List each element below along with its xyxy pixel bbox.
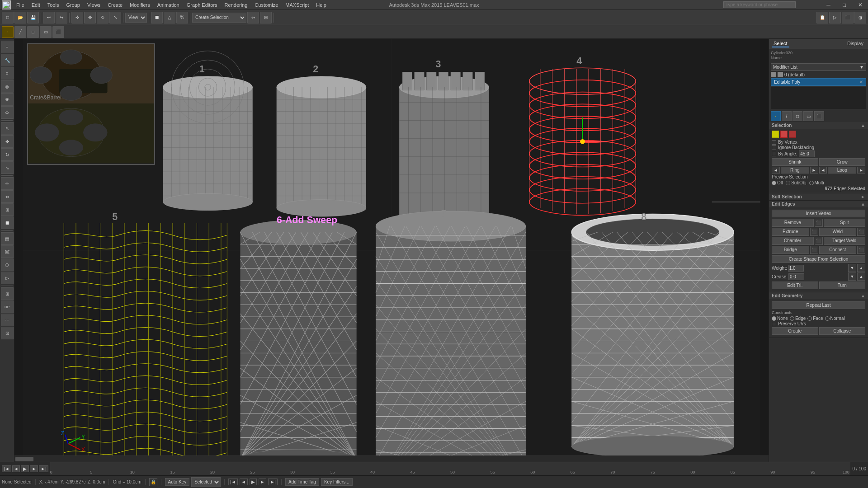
- editable-poly-modifier[interactable]: Editable Poly ✕: [771, 78, 866, 86]
- chamfer-settings-button[interactable]: ⬛: [815, 237, 823, 245]
- maximize-button[interactable]: □: [836, 0, 852, 10]
- weight-up-button[interactable]: ▲: [857, 264, 865, 272]
- sel-icon-yellow[interactable]: [772, 131, 779, 138]
- weight-down-button[interactable]: ▼: [848, 264, 856, 272]
- element-mode[interactable]: ⬛: [52, 26, 64, 38]
- add-time-tag-button[interactable]: Add Time Tag: [285, 478, 319, 486]
- select-tool[interactable]: ↖: [1, 122, 14, 135]
- soft-selection-header[interactable]: Soft Selection ►: [769, 193, 868, 200]
- snaps-toggle[interactable]: 🔲: [1, 216, 14, 229]
- ring-button[interactable]: Ring: [781, 167, 809, 174]
- material-editor[interactable]: ⬡: [1, 258, 14, 271]
- loop-prev-button[interactable]: ◄: [819, 167, 827, 174]
- sel-icon-red1[interactable]: [780, 131, 788, 138]
- subobj-radio[interactable]: SubObj: [786, 180, 806, 185]
- menu-rendering[interactable]: Rendering: [221, 1, 251, 9]
- scale-button[interactable]: ⤡: [109, 12, 121, 23]
- crease-input[interactable]: [788, 273, 804, 280]
- edit-geometry-header[interactable]: Edit Geometry ▲: [769, 292, 868, 299]
- sel-icon-red2[interactable]: [789, 131, 796, 138]
- bridge-settings-button[interactable]: ⬛: [810, 246, 818, 254]
- grid-tool[interactable]: ⊞: [1, 287, 14, 300]
- minimize-button[interactable]: ─: [821, 0, 836, 10]
- polygon-button[interactable]: ▭: [803, 111, 813, 121]
- modifier-list-header[interactable]: Modifier List ▼: [771, 63, 866, 71]
- loop-button[interactable]: Loop: [828, 167, 856, 174]
- close-button[interactable]: ✕: [852, 0, 868, 10]
- menu-views[interactable]: Views: [84, 1, 104, 9]
- menu-edit[interactable]: Edit: [28, 1, 44, 9]
- edge-mode[interactable]: ╱: [14, 26, 26, 38]
- render-frame[interactable]: ⬛: [842, 12, 854, 23]
- ring-next-button[interactable]: ►: [810, 167, 818, 174]
- prev-frame-button[interactable]: ◄: [12, 465, 20, 472]
- selected-dropdown[interactable]: Selected: [191, 477, 221, 487]
- snap-toggle[interactable]: 🔲: [151, 12, 163, 23]
- connect-settings-button[interactable]: ⬛: [857, 246, 865, 254]
- tab-display[interactable]: Display: [845, 40, 865, 47]
- lock-button[interactable]: 🔒: [149, 478, 157, 486]
- active-shade[interactable]: ◑: [854, 12, 866, 23]
- viewport-scrollbar-h[interactable]: [14, 455, 769, 462]
- rotate-tool[interactable]: ↻: [1, 148, 14, 161]
- create-button[interactable]: Create: [772, 327, 818, 335]
- weld-settings-button[interactable]: ⬛: [857, 228, 865, 236]
- new-button[interactable]: □: [2, 12, 14, 23]
- ignore-backfacing-checkbox[interactable]: [772, 145, 776, 150]
- go-start-button[interactable]: |◄: [2, 465, 11, 472]
- crease-down-button[interactable]: ▼: [848, 272, 856, 281]
- by-angle-checkbox[interactable]: [772, 152, 776, 156]
- tab-select[interactable]: Select: [772, 40, 789, 47]
- split-button[interactable]: Split: [824, 219, 866, 227]
- create-selection-select[interactable]: Create Selection: [192, 13, 246, 23]
- menu-customize[interactable]: Customize: [251, 1, 282, 9]
- rotate-button[interactable]: ↻: [97, 12, 108, 23]
- menu-help[interactable]: Help: [312, 1, 330, 9]
- modify-panel[interactable]: 🔧: [1, 54, 14, 66]
- render-button[interactable]: ▷: [829, 12, 841, 23]
- undo-button[interactable]: ↩: [43, 12, 55, 23]
- render-setup[interactable]: ▷: [1, 272, 14, 284]
- align-button[interactable]: ⊟: [260, 12, 272, 23]
- next-frame-btn[interactable]: ►: [259, 479, 267, 485]
- menu-maxscript[interactable]: MAXScript: [282, 1, 312, 9]
- search-input[interactable]: [723, 1, 796, 8]
- mirror-tool[interactable]: ⇔: [1, 190, 14, 203]
- polygon-mode[interactable]: ▭: [40, 26, 52, 38]
- scrollbar-thumb-h[interactable]: [15, 457, 33, 461]
- zoom-extents[interactable]: ⊡: [1, 327, 14, 339]
- ring-prev-button[interactable]: ◄: [772, 167, 780, 174]
- extrude-button[interactable]: Extrude: [772, 228, 809, 236]
- off-radio[interactable]: Off: [772, 180, 783, 185]
- insert-vertex-button[interactable]: Insert Vertex: [772, 210, 865, 217]
- select-button[interactable]: ✛: [71, 12, 83, 23]
- face-constraint[interactable]: Face: [807, 316, 823, 321]
- normal-constraint[interactable]: Normal: [825, 316, 845, 321]
- vertex-button[interactable]: ·: [771, 111, 781, 121]
- multi-radio[interactable]: Multi: [809, 180, 824, 185]
- edge-button[interactable]: /: [782, 111, 792, 121]
- by-vertex-checkbox[interactable]: [772, 140, 776, 145]
- edit-edges-header[interactable]: Edit Edges ▲: [769, 201, 868, 207]
- connect-button[interactable]: Connect: [819, 246, 857, 254]
- target-weld-button[interactable]: Target Weld: [824, 237, 866, 245]
- named-sel[interactable]: ▤: [1, 232, 14, 245]
- scale-tool[interactable]: ⤡: [1, 161, 14, 174]
- preserve-uvs-checkbox[interactable]: [772, 322, 776, 326]
- menu-modifiers[interactable]: Modifiers: [126, 1, 154, 9]
- extra-tool[interactable]: ⋯: [1, 314, 14, 326]
- collapse-button[interactable]: Collapse: [819, 327, 866, 335]
- go-start-btn[interactable]: |◄: [228, 479, 238, 485]
- go-end-button[interactable]: ►|: [39, 465, 48, 472]
- play-button[interactable]: ▶: [21, 465, 29, 472]
- remove-button[interactable]: Remove: [772, 219, 814, 227]
- create-shape-button[interactable]: Create Shape From Selection: [772, 255, 865, 263]
- auto-key-button[interactable]: Auto Key: [165, 478, 190, 486]
- go-end-btn[interactable]: ►|: [268, 479, 278, 485]
- remove-settings-button[interactable]: ⬛: [815, 219, 823, 227]
- mirror-button[interactable]: ⇔: [247, 12, 259, 23]
- view-select[interactable]: View: [125, 13, 147, 23]
- play-btn[interactable]: ▶: [250, 479, 257, 485]
- array-tool[interactable]: ⊞: [1, 203, 14, 216]
- crease-up-button[interactable]: ▲: [857, 272, 865, 281]
